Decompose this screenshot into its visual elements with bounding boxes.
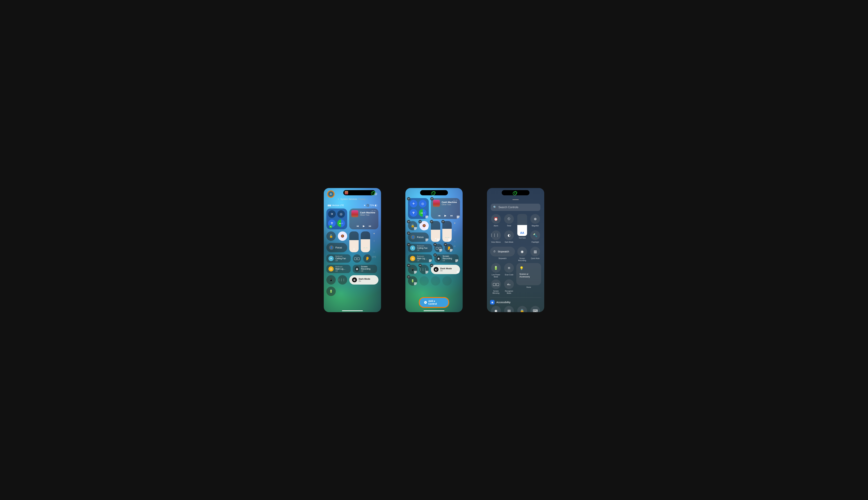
- resize-handle[interactable]: [455, 259, 458, 262]
- screen-mirroring-control[interactable]: ▢▢: [491, 279, 501, 289]
- add-button[interactable]: +: [327, 191, 334, 198]
- low-power-button[interactable]: 🔋: [327, 287, 336, 296]
- prev-track-button[interactable]: ⏮: [438, 214, 441, 217]
- home-light-card[interactable]: ◎BedroomMain Lig…Off: [408, 254, 432, 263]
- resize-handle[interactable]: [414, 271, 417, 274]
- next-track-button[interactable]: ⏭: [450, 214, 453, 217]
- prev-track-button[interactable]: ⏮: [356, 225, 359, 228]
- airplane-mode-toggle[interactable]: ✈: [410, 200, 417, 207]
- volume-slider[interactable]: ⌒⌒: [361, 231, 370, 252]
- wifi-toggle[interactable]: [410, 209, 417, 217]
- focus-button[interactable]: 👤 Focus: [408, 232, 429, 242]
- dynamic-island[interactable]: [343, 190, 375, 195]
- resize-handle[interactable]: [457, 216, 459, 218]
- cellular-bluetooth-toggle[interactable]: ▮▮ ᚼ: [419, 209, 426, 217]
- home-light-card[interactable]: ◎ BedroomMain Lig…Off: [327, 265, 351, 273]
- next-track-button[interactable]: ⏭: [369, 225, 371, 228]
- screen-recording-button[interactable]: ◉Screen RecordingOff: [434, 254, 459, 263]
- resize-handle[interactable]: [414, 282, 417, 285]
- scene-accessory-control[interactable]: 💡 Scene or Accessory: [516, 263, 541, 285]
- search-input[interactable]: 🔍 Search Controls: [491, 204, 540, 211]
- dark-mode-toggle[interactable]: ◐ Dark ModeOn: [431, 265, 460, 274]
- text-size-control[interactable]: AA: [517, 214, 527, 236]
- assistive-access-control[interactable]: ▤: [504, 306, 514, 312]
- stopwatch-control[interactable]: ⏱ Stopwatch: [490, 247, 515, 257]
- silent-mode-toggle[interactable]: 🔕: [338, 231, 347, 241]
- resize-handle[interactable]: [425, 239, 428, 241]
- privacy-indicator[interactable]: ➤ System Services Privacy ›: [324, 198, 381, 200]
- remote-button[interactable]: 📱: [327, 275, 336, 285]
- resize-handle[interactable]: [414, 227, 417, 230]
- volume-slider[interactable]: ⌒⌒: [442, 221, 452, 242]
- remove-volume-button[interactable]: [441, 220, 445, 224]
- hearing-button[interactable]: 👂: [363, 254, 372, 263]
- play-button[interactable]: ▶: [363, 225, 365, 228]
- airdrop-toggle[interactable]: ◎: [337, 210, 345, 218]
- remove-remote-button[interactable]: [407, 264, 410, 267]
- remove-focus-button[interactable]: [407, 231, 410, 235]
- orientation-lock-toggle[interactable]: 🔓: [327, 231, 336, 241]
- remove-nowplaying-button[interactable]: [430, 197, 434, 201]
- home-fan-card[interactable]: ✦ BedroomCeiling FanOff: [327, 254, 351, 263]
- remove-connectivity-button[interactable]: [407, 197, 410, 201]
- scan-code-control[interactable]: ⧈: [504, 263, 514, 273]
- resize-handle[interactable]: [425, 216, 428, 218]
- now-playing-module[interactable]: ⌒⌒ Cash Machine Oliver Tree ⏮ ▶ ⏭: [431, 198, 460, 219]
- recognize-music-control[interactable]: ௷: [504, 279, 514, 289]
- resize-handle[interactable]: [429, 259, 432, 262]
- resize-handle[interactable]: [439, 249, 442, 252]
- screen-recording-button[interactable]: ◉ Screen RecordingOff: [353, 265, 377, 273]
- empty-slot[interactable]: [442, 276, 452, 286]
- remove-silent-button[interactable]: [418, 220, 422, 224]
- remove-darkmode-button[interactable]: [430, 264, 433, 267]
- empty-slot[interactable]: [420, 276, 429, 286]
- sheet-grabber[interactable]: [513, 199, 519, 200]
- home-indicator[interactable]: [424, 310, 444, 311]
- dark-mode-toggle[interactable]: ◐ Dark ModeOn: [349, 275, 378, 285]
- remove-mirror-button[interactable]: [433, 243, 437, 246]
- voice-memo-control[interactable]: ⎸⎸⎸: [491, 230, 501, 240]
- magnifier-control[interactable]: ⊕: [530, 214, 540, 224]
- connectivity-module[interactable]: ✈ ◎ ▮▮ ᚼ: [408, 198, 429, 219]
- home-fan-card[interactable]: ✦BedroomCeiling FanOff: [408, 244, 432, 252]
- resize-handle[interactable]: [457, 271, 459, 274]
- resize-handle[interactable]: [425, 271, 428, 274]
- dynamic-island[interactable]: [420, 190, 448, 195]
- resize-handle[interactable]: [437, 239, 440, 241]
- voice-memo-button[interactable]: ⎸⎸⎸: [338, 275, 347, 285]
- airplane-mode-toggle[interactable]: ✈: [328, 210, 336, 218]
- remove-hearing-button[interactable]: [444, 243, 447, 246]
- timer-control[interactable]: ⏲: [504, 214, 514, 224]
- live-speech-control[interactable]: ⌨: [530, 306, 540, 312]
- connectivity-module[interactable]: ✈ ◎ ▮▮ ᚼ ⇆: [327, 208, 347, 229]
- dark-mode-control[interactable]: ◐: [504, 230, 514, 240]
- screen-mirroring-button[interactable]: ▢▢: [353, 254, 361, 263]
- remove-lock-button[interactable]: [407, 220, 410, 224]
- remove-voicememo-button[interactable]: [418, 264, 422, 267]
- power-icon[interactable]: ⏻: [375, 192, 377, 195]
- cellular-bluetooth-toggle[interactable]: ▮▮ ᚼ: [337, 219, 345, 227]
- quick-note-control[interactable]: ▥: [530, 247, 540, 257]
- accessibility-shortcuts-control[interactable]: ◉: [491, 306, 501, 312]
- remove-screenrec-button[interactable]: [433, 253, 437, 257]
- remove-lowpower-button[interactable]: [407, 275, 410, 279]
- guided-access-control[interactable]: 🔒: [517, 306, 527, 312]
- resize-handle[interactable]: [425, 227, 428, 230]
- empty-slot[interactable]: [431, 276, 440, 286]
- add-a-control-button[interactable]: + Add a Control: [420, 298, 448, 307]
- dynamic-island[interactable]: [502, 190, 529, 195]
- resize-handle[interactable]: [448, 239, 451, 241]
- screen-recording-control[interactable]: ◉: [517, 247, 527, 257]
- now-playing-module[interactable]: ⌒⌒ Cash Machine Oliver Tree ⏮ ▶ ⏭: [349, 208, 378, 229]
- alarm-control[interactable]: ⏰: [491, 214, 501, 224]
- focus-button[interactable]: 👤 Focus: [327, 243, 347, 252]
- brightness-slider[interactable]: ☀: [431, 221, 440, 242]
- brightness-slider[interactable]: ☀: [349, 231, 359, 252]
- low-power-control[interactable]: 🔋: [491, 263, 501, 273]
- airdrop-toggle[interactable]: ◎: [419, 200, 426, 207]
- remove-home-button[interactable]: [407, 243, 410, 246]
- home-indicator[interactable]: [342, 310, 363, 311]
- remove-brightness-button[interactable]: [430, 220, 433, 224]
- play-button[interactable]: ▶: [444, 214, 446, 217]
- flashlight-control[interactable]: 🔦: [530, 230, 540, 240]
